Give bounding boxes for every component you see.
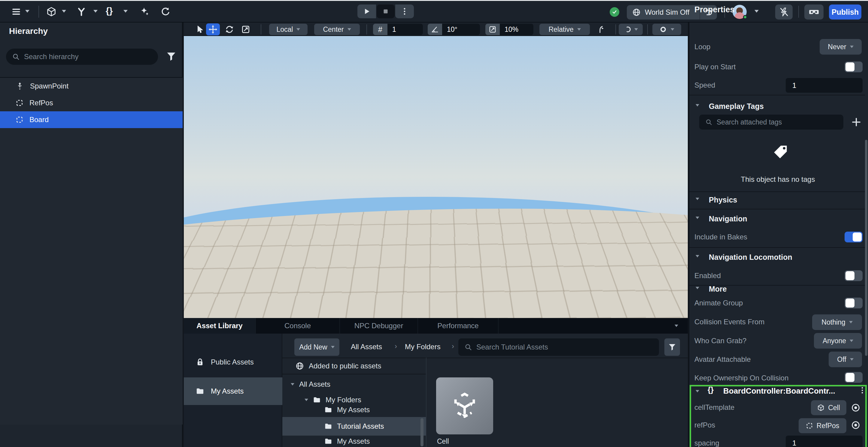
spacing-input[interactable] bbox=[792, 439, 856, 447]
gameplay-tags-title[interactable]: Gameplay Tags bbox=[709, 102, 764, 111]
avatar-attachable-dropdown[interactable]: Off bbox=[829, 352, 862, 367]
snap-mode-dropdown[interactable]: Relative bbox=[539, 24, 590, 35]
select-tool-button[interactable] bbox=[194, 24, 206, 35]
cell-template-ref[interactable]: Cell bbox=[811, 400, 846, 415]
genai-sparkle-button[interactable] bbox=[137, 5, 151, 18]
gizmo-visibility-dropdown[interactable] bbox=[652, 24, 681, 35]
avatar[interactable] bbox=[733, 5, 747, 19]
navigation-caret-icon[interactable] bbox=[695, 217, 699, 219]
world-sim-toggle-button[interactable]: World Sim Off bbox=[627, 8, 700, 16]
ref-pos-ref[interactable]: RefPos bbox=[799, 418, 846, 433]
scripts-button[interactable]: {} bbox=[106, 6, 113, 16]
hierarchy-item-refpos[interactable]: RefPos bbox=[0, 95, 183, 111]
nav-locomotion-title[interactable]: Navigation Locomotion bbox=[709, 252, 792, 262]
main-menu-button[interactable] bbox=[8, 5, 24, 18]
stop-button[interactable] bbox=[377, 4, 395, 18]
tree-scrollbar[interactable] bbox=[421, 418, 424, 446]
spacing-field[interactable] bbox=[786, 436, 863, 447]
speed-input[interactable] bbox=[792, 81, 856, 90]
hierarchy-item-spawnpoint[interactable]: SpawnPoint bbox=[0, 78, 183, 95]
add-new-button[interactable]: Add New bbox=[294, 338, 339, 356]
avatar-caret-icon[interactable] bbox=[754, 10, 759, 12]
hierarchy-search-input[interactable] bbox=[24, 53, 152, 61]
playback-options-button[interactable] bbox=[395, 4, 414, 18]
tab-performance[interactable]: Performance bbox=[418, 318, 499, 334]
scale-snap-icon-chip[interactable] bbox=[485, 24, 500, 35]
tab-asset-library[interactable]: Asset Library bbox=[184, 318, 256, 334]
tab-npc-debugger[interactable]: NPC Debugger bbox=[340, 318, 418, 334]
nav-locomotion-caret-icon[interactable] bbox=[695, 255, 699, 257]
who-can-grab-dropdown[interactable]: Anyone bbox=[814, 333, 862, 349]
boost-off-button[interactable] bbox=[775, 4, 793, 20]
breadcrumb-all-assets[interactable]: All Assets bbox=[351, 343, 382, 351]
main-menu-caret-icon[interactable] bbox=[25, 10, 29, 12]
hierarchy-item-board[interactable]: Board bbox=[0, 111, 183, 128]
asset-search-input[interactable] bbox=[476, 343, 653, 351]
expand-caret-icon[interactable] bbox=[291, 383, 294, 385]
grid-snap-icon[interactable]: # bbox=[373, 24, 388, 35]
rotation-snap-field[interactable] bbox=[442, 24, 480, 35]
script-title[interactable]: BoardController:BoardContr... bbox=[723, 386, 856, 396]
tags-search[interactable] bbox=[699, 114, 843, 130]
add-tag-button[interactable] bbox=[851, 117, 861, 128]
vr-preview-button[interactable] bbox=[804, 4, 824, 20]
tree-all-assets[interactable]: All Assets bbox=[282, 377, 426, 392]
gizmos-caret-icon[interactable] bbox=[93, 10, 98, 12]
surface-snap-button[interactable] bbox=[595, 24, 607, 35]
include-in-bakes-toggle[interactable] bbox=[844, 232, 863, 242]
more-title[interactable]: More bbox=[709, 284, 727, 294]
keep-ownership-toggle[interactable] bbox=[844, 372, 863, 383]
tags-search-input[interactable] bbox=[717, 118, 837, 126]
space-mode-dropdown[interactable]: Local bbox=[269, 24, 308, 35]
viewport-3d[interactable] bbox=[184, 36, 688, 318]
animate-group-toggle[interactable] bbox=[844, 298, 863, 308]
hierarchy-filter-button[interactable] bbox=[166, 51, 177, 63]
scale-snap-input[interactable] bbox=[504, 26, 529, 34]
scale-tool-button[interactable] bbox=[240, 24, 252, 35]
environment-dropdown[interactable] bbox=[619, 24, 643, 35]
hierarchy-search[interactable] bbox=[6, 48, 158, 65]
source-public-assets[interactable]: Public Assets bbox=[184, 350, 282, 374]
physics-title[interactable]: Physics bbox=[709, 195, 737, 204]
cell-template-picker-button[interactable] bbox=[850, 403, 861, 414]
play-button[interactable] bbox=[358, 4, 376, 18]
grid-snap-input[interactable] bbox=[392, 26, 418, 34]
source-my-assets[interactable]: My Assets bbox=[184, 377, 282, 405]
panel-collapse-caret-icon[interactable] bbox=[675, 324, 678, 327]
more-caret-icon[interactable] bbox=[695, 287, 699, 289]
expand-caret-icon[interactable] bbox=[305, 399, 308, 401]
navigation-title[interactable]: Navigation bbox=[709, 214, 747, 223]
enabled-toggle[interactable] bbox=[844, 270, 863, 281]
loop-dropdown[interactable]: Never bbox=[819, 39, 862, 55]
tree-added-to-public[interactable]: Added to public assets bbox=[282, 358, 426, 374]
ref-pos-picker-button[interactable] bbox=[850, 420, 861, 432]
script-section-caret-icon[interactable] bbox=[695, 390, 699, 392]
asset-tile-cell[interactable] bbox=[436, 377, 493, 435]
pivot-mode-dropdown[interactable]: Center bbox=[314, 24, 360, 35]
tree-my-assets[interactable]: My Assets bbox=[282, 436, 426, 447]
gizmos-button[interactable] bbox=[74, 5, 88, 18]
scripts-caret-icon[interactable] bbox=[123, 10, 128, 12]
properties-scrollbar[interactable] bbox=[865, 140, 867, 356]
breadcrumb-my-folders[interactable]: My Folders bbox=[405, 343, 441, 351]
scale-snap-field[interactable] bbox=[500, 24, 533, 35]
gameplay-tags-caret-icon[interactable] bbox=[695, 104, 699, 106]
asset-filter-button[interactable] bbox=[664, 338, 680, 356]
tab-console[interactable]: Console bbox=[256, 318, 340, 334]
build-shapes-button[interactable] bbox=[44, 5, 58, 18]
physics-caret-icon[interactable] bbox=[695, 198, 699, 200]
rotate-tool-button[interactable] bbox=[223, 24, 236, 35]
tree-tutorial-assets[interactable]: Tutorial Assets bbox=[282, 417, 426, 436]
publish-button[interactable]: Publish bbox=[829, 4, 861, 20]
asset-search[interactable] bbox=[458, 338, 659, 356]
rotation-snap-icon-chip[interactable] bbox=[428, 24, 442, 35]
tree-my-folders[interactable]: My Folders bbox=[282, 392, 426, 408]
collision-events-dropdown[interactable]: Nothing bbox=[812, 314, 862, 330]
rotation-snap-input[interactable] bbox=[447, 26, 475, 34]
tree-my-assets-clipped[interactable]: My Assets bbox=[282, 407, 426, 417]
speed-field[interactable] bbox=[786, 78, 863, 93]
refresh-button[interactable] bbox=[159, 5, 173, 18]
move-tool-button[interactable] bbox=[206, 24, 220, 35]
grid-snap-field[interactable] bbox=[388, 24, 423, 35]
script-options-button[interactable] bbox=[858, 386, 866, 396]
